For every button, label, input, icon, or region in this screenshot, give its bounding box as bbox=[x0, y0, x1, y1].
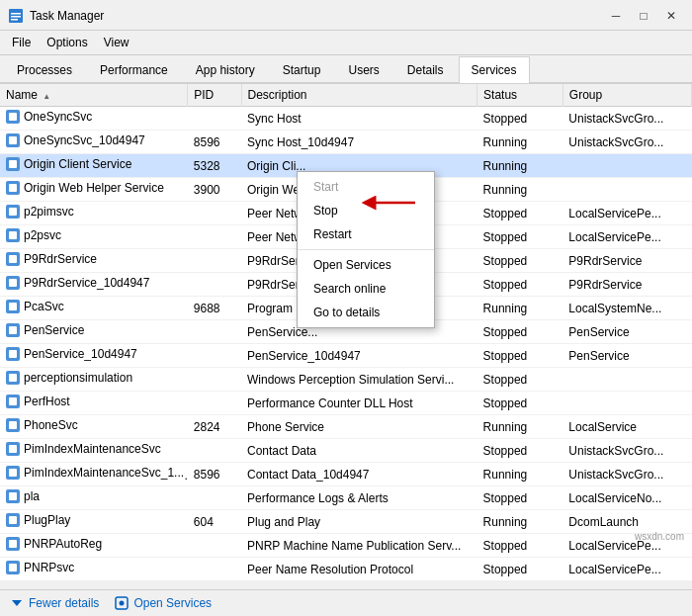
watermark: wsxdn.com bbox=[635, 531, 684, 542]
menu-options[interactable]: Options bbox=[39, 33, 95, 52]
title-bar-left: Task Manager bbox=[8, 8, 104, 24]
cell-pid bbox=[188, 202, 241, 225]
table-row[interactable]: PenService_10d4947PenService_10d4947Stop… bbox=[0, 344, 692, 368]
table-row[interactable]: PolicyAgentIPsec Policy AgentStoppedNetw… bbox=[0, 581, 692, 582]
cell-group: LocalServiceNo... bbox=[562, 486, 691, 510]
sort-arrow-name: ▲ bbox=[43, 92, 50, 101]
service-name: OneSyncSvc bbox=[24, 110, 92, 124]
table-row[interactable]: OneSyncSvcSync HostStoppedUnistackSvcGro… bbox=[0, 107, 692, 131]
cell-group: NetworkServic... bbox=[562, 581, 691, 582]
maximize-button[interactable]: □ bbox=[631, 6, 656, 26]
menu-view[interactable]: View bbox=[96, 33, 137, 52]
cell-pid bbox=[188, 368, 241, 392]
main-content: Name ▲ PID Description Status Group OneS… bbox=[0, 84, 692, 581]
tab-details[interactable]: Details bbox=[394, 56, 457, 83]
cell-pid: 5328 bbox=[188, 154, 241, 178]
service-name: PNRPsvc bbox=[24, 561, 74, 574]
tab-app-history[interactable]: App history bbox=[183, 56, 268, 83]
cell-pid bbox=[188, 249, 241, 273]
services-icon bbox=[115, 596, 129, 610]
table-row[interactable]: OneSyncSvc_10d49478596Sync Host_10d4947R… bbox=[0, 131, 692, 154]
table-row[interactable]: PerfHostPerformance Counter DLL HostStop… bbox=[0, 392, 692, 415]
cell-group: LocalServicePe... bbox=[562, 202, 691, 225]
service-icon bbox=[6, 157, 20, 171]
cell-group: P9RdrService bbox=[562, 249, 691, 273]
context-menu: Start Stop Restart Open Services Search … bbox=[297, 171, 435, 328]
cell-name: PolicyAgent bbox=[0, 581, 188, 582]
cell-pid bbox=[188, 534, 241, 558]
table-row[interactable]: PNRPAutoRegPNRP Machine Name Publication… bbox=[0, 534, 692, 558]
cell-description: Peer Name Resolution Protocol bbox=[241, 558, 477, 581]
cell-name: PimIndexMaintenanceSvc bbox=[0, 439, 188, 463]
cell-group: LocalSystemNe... bbox=[562, 297, 691, 320]
cell-pid: 604 bbox=[188, 510, 241, 534]
svg-rect-1 bbox=[11, 13, 21, 15]
close-button[interactable]: ✕ bbox=[658, 6, 684, 26]
cell-name: OneSyncSvc_10d4947 bbox=[0, 131, 188, 154]
cell-status: Stopped bbox=[477, 202, 563, 225]
fewer-details-button[interactable]: Fewer details bbox=[10, 596, 99, 610]
cell-group bbox=[562, 178, 691, 202]
table-wrapper[interactable]: Name ▲ PID Description Status Group OneS… bbox=[0, 84, 692, 581]
cell-description: Windows Perception Simulation Servi... bbox=[241, 368, 477, 392]
cell-group bbox=[562, 368, 691, 392]
context-menu-restart[interactable]: Restart bbox=[298, 222, 434, 246]
cell-pid: 8596 bbox=[188, 131, 241, 154]
context-menu-open-services[interactable]: Open Services bbox=[298, 253, 434, 277]
table-row[interactable]: plaPerformance Logs & AlertsStoppedLocal… bbox=[0, 486, 692, 510]
col-header-name[interactable]: Name ▲ bbox=[0, 84, 188, 107]
service-name: OneSyncSvc_10d4947 bbox=[24, 133, 145, 147]
service-icon bbox=[6, 561, 20, 574]
tab-startup[interactable]: Startup bbox=[270, 56, 334, 83]
col-header-status[interactable]: Status bbox=[477, 84, 563, 107]
tab-services[interactable]: Services bbox=[459, 56, 530, 83]
service-name: PNRPAutoReg bbox=[24, 537, 102, 551]
table-row[interactable]: PimIndexMaintenanceSvc_1...8596Contact D… bbox=[0, 463, 692, 486]
menu-file[interactable]: File bbox=[4, 33, 39, 52]
table-row[interactable]: perceptionsimulationWindows Perception S… bbox=[0, 368, 692, 392]
svg-point-8 bbox=[120, 601, 125, 606]
col-header-description[interactable]: Description bbox=[241, 84, 477, 107]
service-icon bbox=[6, 489, 20, 503]
col-header-pid[interactable]: PID bbox=[188, 84, 241, 107]
cell-status: Running bbox=[477, 510, 563, 534]
service-icon bbox=[6, 418, 20, 432]
cell-name: perceptionsimulation bbox=[0, 368, 188, 392]
context-menu-search-online[interactable]: Search online bbox=[298, 277, 434, 301]
minimize-button[interactable]: ─ bbox=[603, 6, 629, 26]
cell-group bbox=[562, 392, 691, 415]
context-menu-start[interactable]: Start bbox=[298, 175, 434, 199]
cell-pid bbox=[188, 392, 241, 415]
tab-performance[interactable]: Performance bbox=[87, 56, 181, 83]
cell-name: pla bbox=[0, 486, 188, 510]
tab-users[interactable]: Users bbox=[335, 56, 391, 83]
service-name: PhoneSvc bbox=[24, 418, 78, 432]
table-row[interactable]: PNRPsvcPeer Name Resolution ProtocolStop… bbox=[0, 558, 692, 581]
context-menu-stop[interactable]: Stop bbox=[298, 199, 434, 222]
cell-status: Running bbox=[477, 178, 563, 202]
cell-status: Stopped bbox=[477, 558, 563, 581]
tab-processes[interactable]: Processes bbox=[4, 56, 85, 83]
cell-name: P9RdrService bbox=[0, 249, 188, 273]
cell-name: PhoneSvc bbox=[0, 415, 188, 439]
cell-pid bbox=[188, 558, 241, 581]
open-services-footer-button[interactable]: Open Services bbox=[115, 596, 212, 610]
cell-description: IPsec Policy Agent bbox=[241, 581, 477, 582]
cell-description: Performance Counter DLL Host bbox=[241, 392, 477, 415]
cell-name: P9RdrService_10d4947 bbox=[0, 273, 188, 297]
service-icon bbox=[6, 513, 20, 527]
table-row[interactable]: PlugPlay604Plug and PlayRunningDcomLaunc… bbox=[0, 510, 692, 534]
cell-status: Running bbox=[477, 415, 563, 439]
service-icon bbox=[6, 205, 20, 219]
cell-pid bbox=[188, 486, 241, 510]
table-row[interactable]: PhoneSvc2824Phone ServiceRunningLocalSer… bbox=[0, 415, 692, 439]
cell-pid bbox=[188, 344, 241, 368]
col-header-group[interactable]: Group bbox=[562, 84, 691, 107]
cell-group: UnistackSvcGro... bbox=[562, 131, 691, 154]
cell-name: p2psvc bbox=[0, 225, 188, 249]
cell-pid: 9688 bbox=[188, 297, 241, 320]
cell-pid bbox=[188, 107, 241, 131]
tab-bar: Processes Performance App history Startu… bbox=[0, 55, 692, 84]
table-row[interactable]: PimIndexMaintenanceSvcContact DataStoppe… bbox=[0, 439, 692, 463]
context-menu-go-to-details[interactable]: Go to details bbox=[298, 301, 434, 324]
